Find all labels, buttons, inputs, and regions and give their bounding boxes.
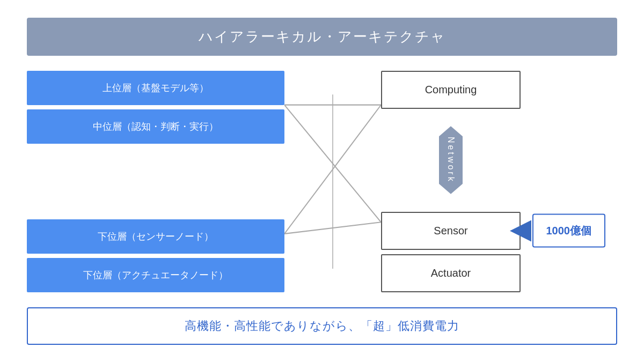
network-container: Network [381,113,521,208]
title-bar: ハイアラーキカル・アーキテクチャ [27,18,617,56]
computing-box: Computing [381,71,521,109]
title-text: ハイアラーキカル・アーキテクチャ [199,28,446,45]
badge-container: 1000億個 [532,214,606,248]
connector-area [284,65,381,298]
bottom-message-text: 高機能・高性能でありながら、「超」低消費電力 [185,319,459,333]
sensor-box: Sensor 1000億個 [381,212,521,250]
middle-layer: 中位層（認知・判断・実行） [27,109,284,144]
diagram-area: 上位層（基盤モデル等） 中位層（認知・判断・実行） 下位層（センサーノード） 下… [27,65,617,298]
actuator-box: Actuator [381,254,521,292]
lower-actuator-layer: 下位層（アクチュエータノード） [27,258,284,292]
main-container: ハイアラーキカル・アーキテクチャ 上位層（基盤モデル等） 中位層（認知・判断・実… [27,18,617,345]
bottom-message-box: 高機能・高性能でありながら、「超」低消費電力 [27,307,617,345]
left-layers: 上位層（基盤モデル等） 中位層（認知・判断・実行） 下位層（センサーノード） 下… [27,65,284,298]
network-label: Network [439,126,463,194]
sensor-actuator-group: Sensor 1000億個 Actuator [381,212,521,292]
upper-layer: 上位層（基盤モデル等） [27,71,284,105]
badge-box: 1000億個 [532,214,606,248]
right-column: Computing Network Sensor 1000億個 [381,65,521,298]
lower-sensor-layer: 下位層（センサーノード） [27,219,284,254]
badge-arrow [510,220,531,241]
